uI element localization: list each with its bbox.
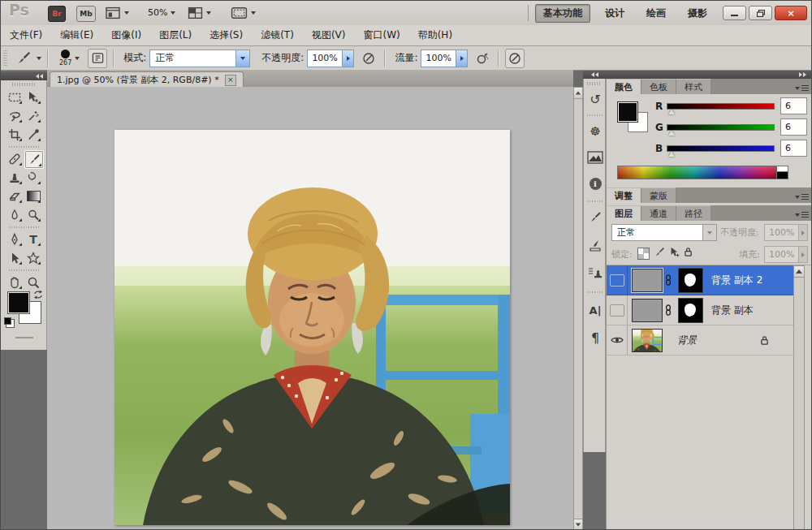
blend-mode-select[interactable]: 正常 [149,50,250,67]
collapse-left-arrows[interactable] [591,72,598,77]
grip-handle[interactable] [12,83,35,86]
paragraph-panel-icon[interactable]: ¶ [584,327,607,348]
visibility-toggle[interactable] [607,325,628,355]
zoom-tool[interactable] [24,274,42,291]
menu-edit[interactable]: 编辑(E) [51,25,102,45]
scroll-up-button[interactable] [574,88,582,99]
workspace-painting-button[interactable]: 绘画 [639,5,673,22]
brush-tool-selected[interactable] [24,150,44,169]
info-panel-icon[interactable]: i [584,173,607,194]
tab-paths[interactable]: 路径 [676,205,711,221]
lock-paint-icon[interactable] [653,246,666,259]
scroll-up-button[interactable] [794,266,804,278]
layer-opacity-input[interactable]: 100% [764,224,808,241]
opacity-input[interactable]: 100% [307,50,354,67]
lock-transparency-icon[interactable] [637,248,650,260]
lock-all-icon[interactable] [684,247,693,257]
flow-input[interactable]: 100% [421,50,468,67]
close-button[interactable]: × [775,6,807,20]
tablet-pressure-size-button[interactable] [505,49,525,68]
custom-shape-tool[interactable] [24,249,42,266]
tab-channels[interactable]: 通道 [641,205,676,221]
layer-fill-input[interactable]: 100% [764,246,808,263]
photo-canvas[interactable] [114,130,510,525]
clone-stamp-tool[interactable] [6,169,24,186]
document-close-button[interactable]: × [225,75,236,86]
green-value-input[interactable]: 6 [780,118,807,136]
quick-mask-button[interactable] [15,337,33,338]
type-tool[interactable]: T [24,231,42,248]
grip-handle[interactable] [3,50,7,67]
layer-row-bg-copy[interactable]: 背景 副本 [607,295,800,325]
pen-tool[interactable] [6,231,24,248]
healing-brush-tool[interactable] [6,150,24,167]
green-slider-marker[interactable] [668,131,675,136]
menu-filter[interactable]: 滤镜(T) [252,25,303,45]
layer-name[interactable]: 背景 [677,334,697,347]
path-selection-tool[interactable] [6,249,24,266]
zoom-level-menu-button[interactable]: 50% [148,7,175,18]
workspace-design-button[interactable]: 设计 [598,5,632,22]
panel-menu-icon[interactable] [795,85,809,91]
layers-scrollbar[interactable] [793,265,805,530]
menu-image[interactable]: 图像(I) [102,25,150,45]
tab-layers[interactable]: 图层 [607,205,641,221]
spectrum-black-swatch[interactable] [776,171,788,179]
lock-move-icon[interactable] [668,246,681,259]
panel-dock-collapse-bar[interactable] [583,71,812,79]
panel-menu-icon[interactable] [795,212,809,218]
view-extras-menu-button[interactable] [105,6,129,19]
dodge-tool[interactable] [24,206,42,223]
color-spectrum-ramp[interactable] [617,166,778,179]
red-slider-marker[interactable] [668,110,675,114]
hand-tool[interactable] [6,274,24,291]
layer-thumbnail[interactable] [632,269,663,292]
visibility-toggle[interactable] [607,295,628,325]
green-slider[interactable] [667,124,775,131]
menu-help[interactable]: 帮助(H) [409,25,461,45]
tab-adjustments[interactable]: 调整 [607,187,641,203]
marquee-tool[interactable] [6,88,24,106]
minimize-button[interactable] [723,6,746,20]
tab-color[interactable]: 颜色 [607,79,641,94]
lasso-tool[interactable] [6,107,24,124]
document-tab[interactable]: 1.jpg @ 50% (背景 副本 2, RGB/8#) * × [50,71,244,88]
layer-row-bg-copy-2[interactable]: 背景 副本 2 [607,265,800,295]
scroll-down-button[interactable] [574,519,582,530]
brush-preset-picker[interactable]: 267 [59,50,80,67]
menu-view[interactable]: 视图(V) [303,25,355,45]
move-tool[interactable] [24,88,42,106]
histogram-panel-icon[interactable] [584,147,607,168]
restore-button[interactable] [749,6,772,20]
airbrush-toggle-button[interactable] [473,49,492,68]
screen-mode-button[interactable] [231,6,256,19]
layer-name[interactable]: 背景 副本 2 [711,274,762,287]
tool-preset-picker[interactable] [14,50,41,67]
toolbar-collapse-bar[interactable] [1,72,47,80]
foreground-color-well[interactable] [617,101,638,123]
toggle-brush-panel-button[interactable] [88,49,107,68]
layer-row-background[interactable]: 背景 [607,325,800,355]
quick-selection-tool[interactable] [24,107,42,124]
launch-mini-bridge-button[interactable]: Mb [76,6,96,22]
clone-source-panel-icon[interactable] [584,262,607,283]
foreground-color-swatch[interactable] [7,291,30,314]
character-panel-icon[interactable]: A| [584,299,607,321]
mask-link-icon[interactable] [665,304,672,316]
visibility-toggle[interactable] [607,265,628,295]
mask-link-icon[interactable] [665,274,672,286]
layer-thumbnail[interactable] [632,299,663,322]
red-slider[interactable] [667,103,775,110]
menu-window[interactable]: 窗口(W) [354,25,408,45]
tablet-pressure-opacity-button[interactable] [359,49,378,68]
navigator-panel-icon[interactable]: ☸ [584,121,607,142]
menu-layer[interactable]: 图层(L) [150,25,201,45]
layer-mask-thumbnail[interactable] [678,268,703,293]
tool-presets-panel-icon[interactable] [584,235,607,256]
eraser-tool[interactable] [6,187,24,205]
blue-slider[interactable] [667,145,775,152]
red-value-input[interactable]: 6 [780,97,807,114]
swap-colors-icon[interactable] [33,290,43,299]
layer-thumbnail[interactable] [632,329,663,352]
tab-swatches[interactable]: 色板 [641,79,676,94]
